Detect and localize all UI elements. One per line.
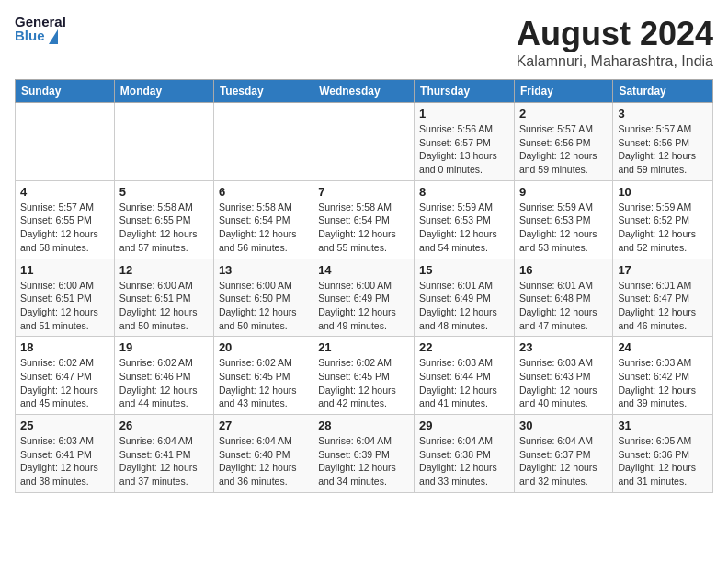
day-number: 14 [318,263,409,277]
calendar-cell: 4Sunrise: 5:57 AMSunset: 6:55 PMDaylight… [16,180,115,259]
calendar-cell: 20Sunrise: 6:02 AMSunset: 6:45 PMDayligh… [213,337,313,415]
day-info: Sunrise: 5:58 AMSunset: 6:54 PMDaylight:… [219,201,308,255]
day-info: Sunrise: 6:01 AMSunset: 6:47 PMDaylight:… [618,279,708,333]
calendar-cell [114,103,213,181]
day-number: 29 [419,419,509,432]
calendar-cell: 12Sunrise: 6:00 AMSunset: 6:51 PMDayligh… [114,259,213,337]
day-number: 25 [20,419,109,432]
day-number: 10 [618,185,708,199]
day-header-monday: Monday [114,80,213,103]
calendar-cell: 8Sunrise: 5:59 AMSunset: 6:53 PMDaylight… [415,180,515,259]
calendar-cell: 24Sunrise: 6:03 AMSunset: 6:42 PMDayligh… [613,337,713,415]
calendar-cell: 17Sunrise: 6:01 AMSunset: 6:47 PMDayligh… [613,259,713,337]
day-info: Sunrise: 5:58 AMSunset: 6:54 PMDaylight:… [318,201,409,255]
logo: General Blue [15,15,70,52]
calendar-cell: 3Sunrise: 5:57 AMSunset: 6:56 PMDaylight… [613,103,713,181]
day-number: 1 [419,107,509,121]
day-number: 20 [219,340,308,354]
day-number: 6 [219,185,308,199]
day-number: 5 [119,185,209,199]
calendar-cell: 2Sunrise: 5:57 AMSunset: 6:56 PMDaylight… [514,103,612,181]
logo-general-text: General [15,15,70,29]
day-info: Sunrise: 6:03 AMSunset: 6:43 PMDaylight:… [519,356,608,410]
calendar-cell: 11Sunrise: 6:00 AMSunset: 6:51 PMDayligh… [16,259,115,337]
day-number: 24 [618,340,708,354]
day-number: 15 [419,263,509,277]
calendar-subtitle: Kalamnuri, Maharashtra, India [517,53,713,70]
day-info: Sunrise: 6:03 AMSunset: 6:41 PMDaylight:… [20,434,109,488]
day-info: Sunrise: 6:04 AMSunset: 6:39 PMDaylight:… [318,434,409,488]
day-number: 9 [519,185,608,199]
day-info: Sunrise: 5:56 AMSunset: 6:57 PMDaylight:… [419,122,509,177]
day-number: 28 [318,419,409,432]
calendar-week-1: 1Sunrise: 5:56 AMSunset: 6:57 PMDaylight… [16,103,713,181]
day-number: 3 [618,107,708,121]
day-number: 13 [219,263,308,277]
day-info: Sunrise: 5:57 AMSunset: 6:56 PMDaylight:… [519,122,608,177]
day-info: Sunrise: 6:02 AMSunset: 6:45 PMDaylight:… [219,356,308,410]
calendar-cell [16,103,115,181]
day-number: 7 [318,185,409,199]
day-info: Sunrise: 6:04 AMSunset: 6:37 PMDaylight:… [519,434,608,488]
day-info: Sunrise: 6:03 AMSunset: 6:44 PMDaylight:… [419,356,509,410]
calendar-week-2: 4Sunrise: 5:57 AMSunset: 6:55 PMDaylight… [16,180,713,259]
day-info: Sunrise: 6:05 AMSunset: 6:36 PMDaylight:… [618,434,708,488]
day-header-thursday: Thursday [415,80,515,103]
day-info: Sunrise: 6:03 AMSunset: 6:42 PMDaylight:… [618,356,708,410]
calendar-week-5: 25Sunrise: 6:03 AMSunset: 6:41 PMDayligh… [16,415,713,493]
day-info: Sunrise: 6:02 AMSunset: 6:46 PMDaylight:… [119,356,209,410]
day-number: 11 [20,263,109,277]
day-header-saturday: Saturday [613,80,713,103]
calendar-cell: 16Sunrise: 6:01 AMSunset: 6:48 PMDayligh… [514,259,612,337]
calendar-cell: 14Sunrise: 6:00 AMSunset: 6:49 PMDayligh… [313,259,415,337]
calendar-cell: 30Sunrise: 6:04 AMSunset: 6:37 PMDayligh… [514,415,612,493]
calendar-cell: 25Sunrise: 6:03 AMSunset: 6:41 PMDayligh… [16,415,115,493]
calendar-cell: 1Sunrise: 5:56 AMSunset: 6:57 PMDaylight… [415,103,515,181]
calendar-cell: 28Sunrise: 6:04 AMSunset: 6:39 PMDayligh… [313,415,415,493]
calendar-cell: 19Sunrise: 6:02 AMSunset: 6:46 PMDayligh… [114,337,213,415]
day-number: 22 [419,340,509,354]
day-info: Sunrise: 6:04 AMSunset: 6:38 PMDaylight:… [419,434,509,488]
day-info: Sunrise: 6:00 AMSunset: 6:50 PMDaylight:… [219,279,308,333]
title-area: August 2024 Kalamnuri, Maharashtra, Indi… [517,15,713,70]
day-number: 12 [119,263,209,277]
calendar-cell: 6Sunrise: 5:58 AMSunset: 6:54 PMDaylight… [213,180,313,259]
day-info: Sunrise: 5:59 AMSunset: 6:53 PMDaylight:… [419,201,509,255]
day-number: 26 [119,419,209,432]
calendar-table: SundayMondayTuesdayWednesdayThursdayFrid… [15,79,713,493]
day-info: Sunrise: 6:00 AMSunset: 6:49 PMDaylight:… [318,279,409,333]
day-number: 21 [318,340,409,354]
calendar-cell: 21Sunrise: 6:02 AMSunset: 6:45 PMDayligh… [313,337,415,415]
calendar-cell: 31Sunrise: 6:05 AMSunset: 6:36 PMDayligh… [613,415,713,493]
day-info: Sunrise: 5:57 AMSunset: 6:56 PMDaylight:… [618,122,708,177]
day-header-sunday: Sunday [16,80,115,103]
day-number: 18 [20,340,109,354]
calendar-cell: 26Sunrise: 6:04 AMSunset: 6:41 PMDayligh… [114,415,213,493]
calendar-cell: 15Sunrise: 6:01 AMSunset: 6:49 PMDayligh… [415,259,515,337]
calendar-cell [313,103,415,181]
day-header-wednesday: Wednesday [313,80,415,103]
day-number: 23 [519,340,608,354]
day-info: Sunrise: 6:04 AMSunset: 6:40 PMDaylight:… [219,434,308,488]
day-number: 31 [618,419,708,432]
day-info: Sunrise: 6:00 AMSunset: 6:51 PMDaylight:… [119,279,209,333]
day-info: Sunrise: 6:04 AMSunset: 6:41 PMDaylight:… [119,434,209,488]
day-info: Sunrise: 6:02 AMSunset: 6:47 PMDaylight:… [20,356,109,410]
day-info: Sunrise: 6:01 AMSunset: 6:49 PMDaylight:… [419,279,509,333]
day-number: 19 [119,340,209,354]
calendar-cell: 9Sunrise: 5:59 AMSunset: 6:53 PMDaylight… [514,180,612,259]
calendar-cell: 29Sunrise: 6:04 AMSunset: 6:38 PMDayligh… [415,415,515,493]
day-number: 17 [618,263,708,277]
calendar-cell: 18Sunrise: 6:02 AMSunset: 6:47 PMDayligh… [16,337,115,415]
day-number: 27 [219,419,308,432]
calendar-week-3: 11Sunrise: 6:00 AMSunset: 6:51 PMDayligh… [16,259,713,337]
calendar-header-row: SundayMondayTuesdayWednesdayThursdayFrid… [16,80,713,103]
day-info: Sunrise: 6:02 AMSunset: 6:45 PMDaylight:… [318,356,409,410]
calendar-week-4: 18Sunrise: 6:02 AMSunset: 6:47 PMDayligh… [16,337,713,415]
day-number: 8 [419,185,509,199]
calendar-cell: 7Sunrise: 5:58 AMSunset: 6:54 PMDaylight… [313,180,415,259]
logo-triangle-icon [49,29,58,44]
header: General Blue August 2024 Kalamnuri, Maha… [15,15,713,70]
logo-blue-text: Blue [15,29,45,42]
day-info: Sunrise: 5:58 AMSunset: 6:55 PMDaylight:… [119,201,209,255]
